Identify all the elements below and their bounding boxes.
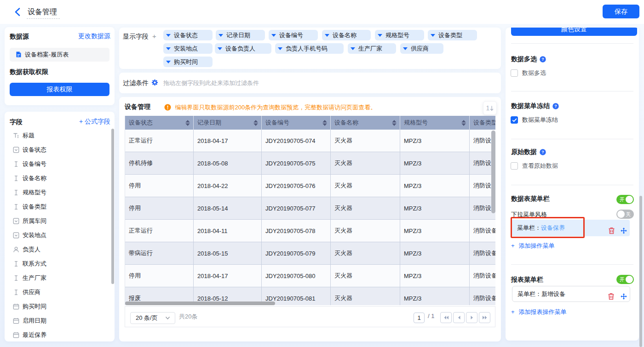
svg-text:?: ? [541,150,544,154]
svg-text:?: ? [541,57,544,62]
svg-text:?: ? [554,104,557,108]
